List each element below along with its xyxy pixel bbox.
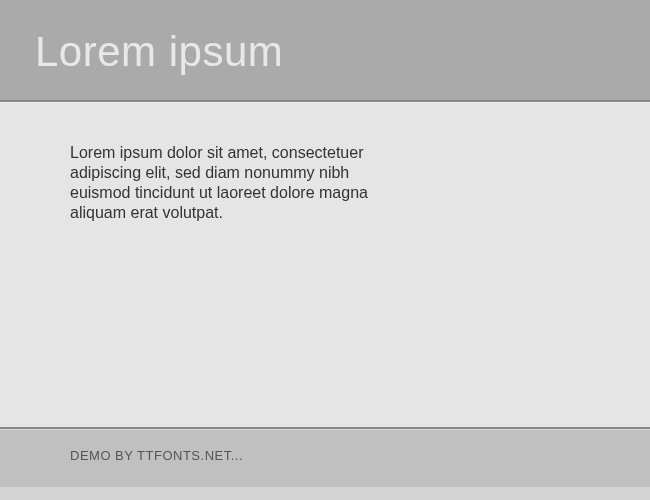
body-text: Lorem ipsum dolor sit amet, consectetuer… <box>70 143 380 223</box>
page-title: Lorem ipsum <box>35 28 650 76</box>
header: Lorem ipsum <box>0 0 650 102</box>
content-area: Lorem ipsum dolor sit amet, consectetuer… <box>0 102 650 429</box>
footer: DEMO BY TTFONTS.NET... <box>0 429 650 487</box>
footer-text: DEMO BY TTFONTS.NET... <box>70 448 650 463</box>
